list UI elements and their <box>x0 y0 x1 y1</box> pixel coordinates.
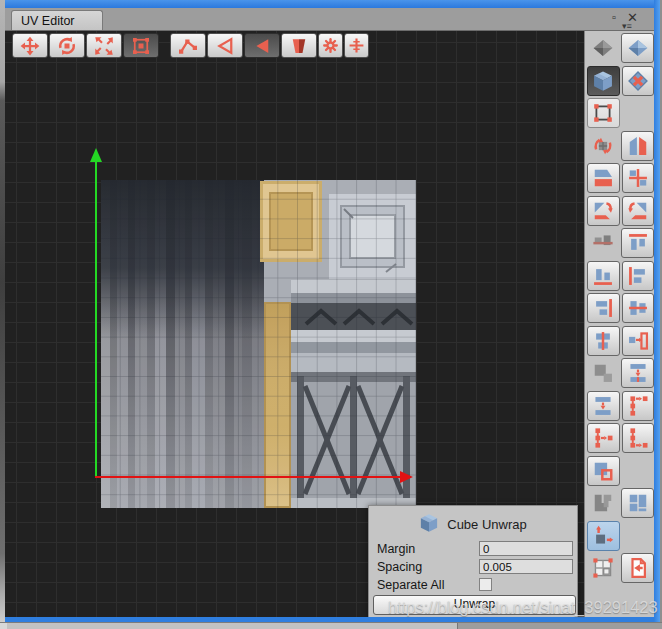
separate-all-checkbox[interactable] <box>479 578 492 591</box>
diamond-gray-icon <box>592 37 614 59</box>
gray-align-icon <box>592 232 614 254</box>
overlap-uv-button[interactable] <box>587 456 620 486</box>
align-center-h-icon <box>627 297 649 319</box>
maximize-icon[interactable]: ▫ <box>612 11 616 23</box>
chain-bottom-icon <box>627 427 649 449</box>
diamond-blue-icon <box>627 37 649 59</box>
grid-snap-disabled <box>587 553 619 583</box>
expand-uv-button[interactable] <box>587 521 620 551</box>
collapse-bottom-button[interactable] <box>622 423 655 453</box>
window-top-border <box>5 0 654 8</box>
scale-tool[interactable] <box>86 33 122 58</box>
rotate-gray-icon <box>592 135 614 157</box>
separate-all-row: Separate All <box>377 577 571 593</box>
grid-dots-icon <box>592 557 614 579</box>
distribute-vertical-button[interactable] <box>621 358 654 388</box>
rotate-uv-disabled <box>587 131 619 161</box>
corner-left-icon <box>592 200 614 222</box>
margin-input[interactable] <box>479 541 573 556</box>
bottom-strip <box>0 622 662 629</box>
chain-mid-icon <box>592 427 614 449</box>
rotate-left-button[interactable] <box>587 196 620 226</box>
expand-icon <box>592 525 614 547</box>
panel-title: Cube Unwrap <box>447 517 527 532</box>
chain-right-icon <box>627 395 649 417</box>
rect-corners-icon <box>592 102 614 124</box>
vertex-mode[interactable] <box>170 33 206 58</box>
island-mode[interactable] <box>281 33 317 58</box>
view-textured-button[interactable] <box>621 33 654 63</box>
split-v-icon <box>627 135 649 157</box>
cube-icon <box>419 513 439 536</box>
align-top-icon <box>627 232 649 254</box>
tab-uv-editor[interactable]: UV Editor <box>11 10 103 30</box>
bottom-strip-corner <box>0 623 7 629</box>
rotate-tool[interactable] <box>49 33 85 58</box>
uv-texture-preview <box>101 180 416 508</box>
uv-axis-x-arrow-icon <box>400 471 413 483</box>
uv-axis-y-arrow-icon <box>90 148 102 162</box>
align-top-button[interactable] <box>621 228 654 258</box>
merge-icon <box>627 492 649 514</box>
sidebar-empty-cell <box>622 456 654 486</box>
face-mode[interactable] <box>244 33 280 58</box>
separate-all-label: Separate All <box>377 578 444 592</box>
uv-editor-window: Cube Unwrap Margin Spacing Separate All … <box>0 0 662 629</box>
align-left-icon <box>627 265 649 287</box>
fit-rect-icon <box>627 330 649 352</box>
move-tool[interactable] <box>12 33 48 58</box>
uv-axis-y <box>95 150 97 478</box>
fit-rect-button[interactable] <box>622 326 655 356</box>
window-menu-icon[interactable]: ▾≡ <box>622 21 632 31</box>
spacing-label: Spacing <box>377 560 422 574</box>
rotate-right-button[interactable] <box>622 196 655 226</box>
uv-actions-sidebar <box>584 30 654 620</box>
pivot-button[interactable] <box>344 33 369 58</box>
align-bottom-icon <box>592 265 614 287</box>
margin-row: Margin <box>377 541 571 557</box>
collapse-top-button[interactable] <box>622 391 655 421</box>
select-island-button[interactable] <box>587 98 620 128</box>
cube-icon <box>592 70 614 92</box>
align-right-button[interactable] <box>587 293 620 323</box>
texture-move-tool[interactable] <box>123 33 159 58</box>
settings-button[interactable] <box>318 33 343 58</box>
spacing-row: Spacing <box>377 559 571 575</box>
align-bottom-button[interactable] <box>587 261 620 291</box>
export-uv-button[interactable] <box>621 553 654 583</box>
overlap-icon <box>592 460 614 482</box>
gray-squares-icon <box>592 362 614 384</box>
export-doc-icon <box>627 557 649 579</box>
align-disabled <box>587 228 619 258</box>
edge-mode[interactable] <box>207 33 243 58</box>
split-h-icon <box>592 167 614 189</box>
align-center-v-button[interactable] <box>587 326 620 356</box>
panel-title-row: Cube Unwrap <box>369 513 577 536</box>
distribute-down-button[interactable] <box>587 391 620 421</box>
editor-background-strip <box>0 0 5 629</box>
align-right-icon <box>592 297 614 319</box>
weld-disabled <box>587 488 619 518</box>
diamond-x-icon <box>627 70 649 92</box>
flip-vertical-button[interactable] <box>621 131 654 161</box>
tab-strip: UV Editor ▫ ✕ ▾≡ <box>5 8 654 31</box>
align-left-button[interactable] <box>622 261 655 291</box>
sidebar-empty-cell <box>622 98 654 128</box>
uv-axis-x <box>95 476 402 478</box>
split-uv-button[interactable] <box>622 163 655 193</box>
view-untextured-button[interactable] <box>622 66 655 96</box>
merge-uv-button[interactable] <box>621 488 654 518</box>
align-center-v-icon <box>592 330 614 352</box>
align-center-h-button[interactable] <box>622 293 655 323</box>
spacing-input[interactable] <box>479 559 573 574</box>
distribute-down-icon <box>592 395 614 417</box>
bottom-strip-seam <box>457 623 662 629</box>
stack-disabled <box>587 358 619 388</box>
corner-right-icon <box>627 200 649 222</box>
collapse-mid-button[interactable] <box>587 423 620 453</box>
view-cube-button[interactable] <box>587 66 620 96</box>
cross-quadrant-icon <box>627 167 649 189</box>
margin-label: Margin <box>377 542 415 556</box>
view-flat-disabled <box>587 33 619 63</box>
flip-horizontal-button[interactable] <box>587 163 620 193</box>
